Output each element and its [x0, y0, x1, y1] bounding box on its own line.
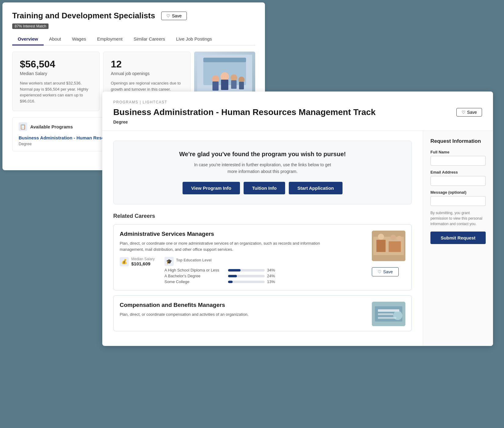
edu-pct-1-2: 24% [267, 274, 275, 278]
degree-label: Degree [113, 120, 482, 124]
salary-group-1: 💰 Median Salary $101,609 [120, 257, 155, 266]
tuition-info-button[interactable]: Tuition Info [244, 182, 285, 194]
career-save-button[interactable]: ♡ Save [161, 12, 187, 20]
program-main: We're glad you've found the program you … [102, 131, 423, 346]
edu-bar-wrap-1-2 [228, 275, 265, 277]
email-label: Email Address [430, 170, 486, 174]
career-1-save-label: Save [383, 269, 393, 274]
start-application-button[interactable]: Start Application [289, 182, 342, 194]
career-1-title: Administrative Services Managers [120, 231, 367, 237]
edu-row-1-1: A High School Diploma or Less 34% [165, 268, 367, 272]
edu-group-1: 🎓 Top Education Level [165, 257, 367, 266]
edu-bar-wrap-1-1 [228, 269, 265, 272]
tab-live-job-postings[interactable]: Live Job Postings [171, 33, 218, 45]
tab-similar-careers[interactable]: Similar Careers [128, 33, 170, 45]
interest-match-badge: 87% Interest Match [12, 23, 49, 29]
comp-benefits-illustration [372, 302, 405, 326]
svg-rect-8 [231, 80, 237, 89]
career-1-stats: 💰 Median Salary $101,609 🎓 Top Education… [120, 257, 367, 285]
tab-overview[interactable]: Overview [12, 33, 44, 45]
edu-label-1-3: Some College [165, 279, 226, 284]
submit-request-button[interactable]: Submit Request [430, 232, 486, 244]
svg-rect-13 [376, 240, 386, 252]
glad-description: In case you're interested in further exp… [189, 161, 336, 175]
edu-title-1: Top Education Level [176, 258, 212, 262]
view-program-info-button[interactable]: View Program Info [183, 182, 240, 194]
svg-rect-6 [221, 80, 228, 90]
admin-services-illustration [372, 231, 405, 261]
available-programs-label: Available Programs [30, 124, 73, 129]
svg-point-7 [230, 74, 237, 81]
salary-label: Median Salary [20, 71, 92, 76]
program-body: We're glad you've found the program you … [102, 131, 493, 346]
glad-section: We're glad you've found the program you … [113, 141, 412, 204]
programs-icon: 📋 [19, 122, 27, 131]
svg-rect-2 [203, 58, 246, 62]
heart-icon-2: ♡ [462, 110, 466, 115]
salary-stat-label-1: Median Salary [131, 257, 155, 261]
request-info-sidebar: Request Information Full Name Email Addr… [423, 131, 493, 346]
career-2-title: Compensation and Benefits Managers [120, 302, 367, 308]
salary-info-1: Median Salary $101,609 [131, 257, 155, 266]
career-card-text-2: Compensation and Benefits Managers Plan,… [120, 302, 367, 326]
salary-stat-value-1: $101,609 [131, 261, 155, 266]
submit-note: By submitting, you grant permission to v… [430, 210, 486, 227]
salary-value: $56,504 [20, 59, 92, 70]
career-save-label: Save [172, 13, 182, 18]
edu-bar-1-1 [228, 269, 241, 272]
edu-row-1-2: A Bachelor's Degree 24% [165, 274, 367, 278]
email-input[interactable] [430, 176, 486, 186]
svg-point-23 [393, 311, 402, 320]
program-detail-card: PROGRAMS | LIGHTCAST Business Administra… [102, 92, 493, 346]
tab-about[interactable]: About [44, 33, 67, 45]
svg-point-16 [390, 235, 396, 240]
program-header: PROGRAMS | LIGHTCAST Business Administra… [102, 92, 493, 131]
programs-breadcrumb: PROGRAMS | LIGHTCAST [113, 100, 482, 104]
program-save-button[interactable]: ♡ Save [456, 108, 482, 117]
svg-point-17 [397, 236, 402, 241]
svg-rect-21 [378, 313, 393, 315]
career-2-image [372, 302, 405, 326]
svg-rect-22 [378, 317, 396, 319]
salary-icon-1: 💰 [120, 257, 129, 266]
career-2-description: Plan, direct, or coordinate compensation… [120, 311, 339, 318]
career-title-row: Training and Development Specialists ♡ S… [12, 11, 255, 20]
related-careers-title: Related Careers [113, 213, 412, 219]
career-1-description: Plan, direct, or coordinate one or more … [120, 240, 339, 253]
tab-employment[interactable]: Employment [92, 33, 128, 45]
heart-icon: ♡ [166, 13, 170, 18]
message-label: Message (optional) [430, 190, 486, 195]
career-card-text-1: Administrative Services Managers Plan, d… [120, 231, 367, 285]
program-save-label: Save [467, 110, 477, 115]
openings-label: Annual job openings [111, 71, 183, 76]
full-name-label: Full Name [430, 150, 486, 154]
message-input[interactable] [430, 196, 486, 206]
svg-point-5 [220, 72, 229, 81]
career-nav: Overview About Wages Employment Similar … [12, 33, 255, 45]
edu-icon-1: 🎓 [165, 257, 174, 266]
career-card-inner-1: Administrative Services Managers Plan, d… [120, 231, 405, 285]
edu-label-1-1: A High School Diploma or Less [165, 268, 226, 272]
career-title: Training and Development Specialists [12, 11, 155, 20]
program-title: Business Administration - Human Resource… [113, 107, 375, 117]
edu-bar-1-3 [228, 281, 233, 283]
full-name-input[interactable] [430, 156, 486, 166]
request-info-title: Request Information [430, 138, 486, 144]
career-card-admin-services: Administrative Services Managers Plan, d… [113, 224, 412, 290]
edu-section-1: 🎓 Top Education Level A High School Dipl… [165, 257, 367, 285]
edu-bar-1-2 [228, 275, 237, 277]
tab-wages[interactable]: Wages [67, 33, 92, 45]
svg-rect-4 [212, 81, 219, 91]
salary-description: New workers start around $32,536. Normal… [20, 80, 92, 104]
edu-label-1-2: A Bachelor's Degree [165, 274, 226, 278]
edu-row-1-3: Some College 13% [165, 279, 367, 284]
program-title-row: Business Administration - Human Resource… [113, 107, 482, 117]
svg-rect-14 [389, 241, 401, 252]
edu-pct-1-1: 34% [267, 268, 275, 272]
salary-stat-box: $56,504 Median Salary New workers start … [12, 52, 100, 111]
career-1-save-button[interactable]: ♡ Save [372, 267, 399, 276]
heart-icon-3: ♡ [378, 269, 382, 274]
career-card-comp-benefits: Compensation and Benefits Managers Plan,… [113, 295, 412, 331]
edu-pct-1-3: 13% [267, 279, 275, 284]
career-1-image [372, 231, 405, 261]
